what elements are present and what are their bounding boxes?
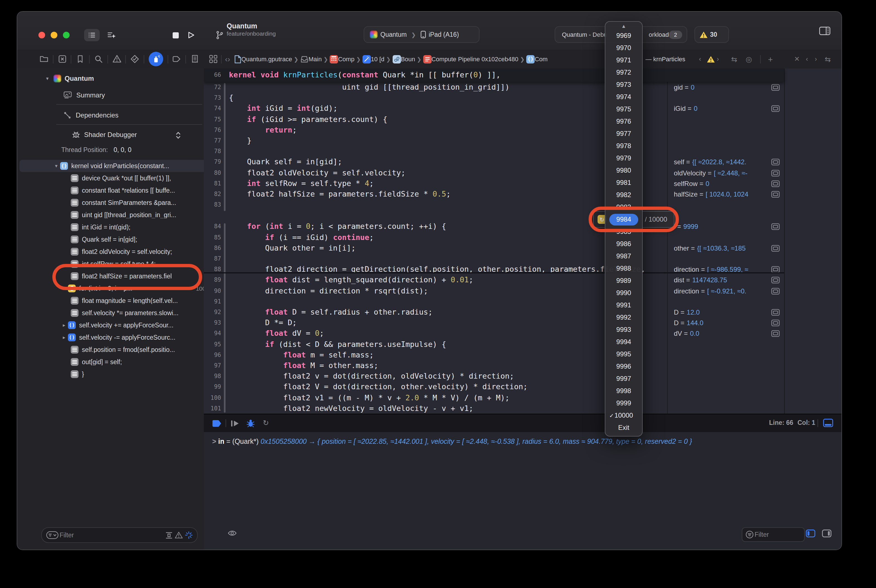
line-number[interactable]: 88 [204,266,221,272]
variable-viewer-icon[interactable] [771,224,780,230]
stop-button[interactable] [169,29,182,41]
variable-row[interactable]: dist =1147428.75 [668,275,784,285]
pinned-declaration-line[interactable]: 66kernel void krnParticles(constant Quar… [204,69,784,82]
variable-viewer-icon[interactable] [771,266,780,273]
line-number[interactable]: 66 [204,71,221,78]
line-number[interactable]: 81 [204,180,221,186]
find-navigator-tab[interactable] [94,55,103,63]
line-number[interactable]: 89 [204,276,221,283]
line-number[interactable]: 97 [204,362,221,369]
code-line[interactable]: 73{ [204,92,667,103]
close-window-button[interactable] [38,32,45,38]
dropdown-item[interactable]: 9969 [605,30,642,42]
line-number[interactable]: 101 [204,405,221,411]
dropdown-item[interactable]: 9996 [605,361,642,373]
variable-row[interactable]: D =12.0 [668,308,784,317]
code-line[interactable]: 98 float2 v = dot(direction, oldVelocity… [204,371,667,381]
dropdown-item[interactable]: 9976 [605,116,642,127]
code-line[interactable]: 76 return; [204,125,667,135]
console-toggle-icon[interactable] [823,419,833,427]
gpu-capture-icon[interactable] [185,531,193,539]
line-number[interactable]: 86 [204,244,221,251]
line-number[interactable]: 93 [204,319,221,326]
code-line[interactable]: 99 float2 V = dot(direction, other.veloc… [204,382,667,392]
dropdown-item[interactable]: 9974 [605,91,642,103]
warnings-button[interactable]: 30 [694,26,729,43]
console-filter-field[interactable] [742,527,805,542]
line-number[interactable]: 91 [204,298,221,304]
disclosure-icon[interactable]: ▸ [61,334,67,340]
dropdown-item[interactable]: 9995 [605,349,642,360]
dropdown-item[interactable]: 9991 [605,300,642,311]
variable-viewer-icon[interactable] [771,191,780,198]
breadcrumb-trace[interactable]: Quantum.gputrace [242,56,292,62]
code-line[interactable]: 80 float2 oldVelocity = self.velocity; [204,167,667,178]
variable-viewer-icon[interactable] [771,309,780,316]
navigator-filter-field[interactable] [41,527,198,543]
variable-viewer-icon[interactable] [771,84,780,91]
dropdown-item[interactable]: 9990 [605,287,642,299]
breadcrumb-command[interactable]: Comp [338,56,354,62]
line-number[interactable]: 79 [204,158,221,165]
debug-console[interactable]: > in = (Quark*) 0x1505258000 → { positio… [204,432,842,550]
console-variable-line[interactable]: > in = (Quark*) 0x1505258000 → { positio… [212,438,692,446]
code-line[interactable]: 79 Quark self = in[gid]; [204,157,667,167]
dropdown-item[interactable]: Exit [605,422,642,434]
editor-forward-button[interactable]: › [815,55,817,63]
related-items-icon[interactable] [209,55,218,63]
prev-issue-button[interactable]: ‹ [699,55,701,63]
variable-viewer-icon[interactable] [771,288,780,294]
dropdown-item[interactable]: 9971 [605,54,642,66]
editor-back-button[interactable]: ‹ [806,55,808,63]
editor-swap-icon[interactable]: ⇆ [825,55,831,63]
code-line[interactable]: 96 float m = self.mass; [204,350,667,360]
variable-row[interactable]: oldVelocity =[ ≈2.448, ≈- [668,168,784,178]
code-line[interactable]: 72 uint gid [[thread_position_in_grid]]) [204,82,667,92]
inspector-toggle-icon[interactable] [819,27,830,35]
variable-row[interactable]: self ={[ ≈2022.8, ≈1442. [668,157,784,167]
step-over-button[interactable] [231,420,240,427]
scheme-name[interactable]: Quantum [380,31,407,38]
line-number[interactable]: 95 [204,340,221,347]
dropdown-item[interactable]: 9993 [605,324,642,336]
line-number[interactable]: 82 [204,190,221,197]
breadcrumb-bounds[interactable]: Boun [401,56,415,62]
code-line[interactable]: 78 [204,146,667,156]
breadcrumb-group[interactable]: Main [309,56,322,62]
dropdown-item[interactable]: 9998 [605,386,642,397]
dropdown-item[interactable]: 9980 [605,165,642,177]
quick-look-eye-icon[interactable] [228,530,237,536]
line-number[interactable]: 74 [204,105,221,112]
variable-row[interactable]: D =144.0 [668,318,784,328]
tree-row[interactable]: ▾{}kernel void krnParticles(constant... [20,160,236,172]
variable-row[interactable]: halfSize =[ 1024.0, 1024 [668,189,784,200]
line-number[interactable]: 96 [204,351,221,358]
add-editor-button[interactable]: + [768,54,773,64]
back-button[interactable]: ‹ [225,55,228,63]
sidebar-list-button[interactable] [84,29,100,41]
dropdown-item[interactable]: 9977 [605,128,642,140]
breadcrumb-dispatch[interactable]: 10 [d [371,56,384,62]
shader-debugger-navigator-tab[interactable] [149,52,163,66]
code-line[interactable]: 86 Quark other = in[i]; [204,243,667,254]
dropdown-item[interactable]: 9999 [605,398,642,410]
code-line[interactable]: 87 [204,254,667,264]
line-number[interactable]: 73 [204,94,221,101]
dropdown-item[interactable]: ✓10000 [605,410,642,422]
dropdown-item[interactable]: 9970 [605,42,642,54]
line-number[interactable]: 76 [204,126,221,133]
zoom-window-button[interactable] [63,32,70,38]
code-line[interactable]: 81 int selfRow = self.type * 4; [204,178,667,189]
variable-row[interactable]: other ={[ ≈1036.3, ≈185 [668,243,784,254]
code-line[interactable]: 74 int iGid = int(gid); [204,103,667,114]
sidebar-item-summary[interactable]: Summary [63,92,105,99]
line-number[interactable]: 94 [204,330,221,337]
capture-navigator-tab[interactable] [58,55,66,63]
dropdown-item[interactable]: 9989 [605,275,642,287]
console-left-pane-toggle[interactable] [806,530,815,537]
code-line[interactable]: 85 if (i == iGid) continue; [204,232,667,243]
dropdown-item[interactable]: 9979 [605,153,642,164]
line-number[interactable]: 78 [204,147,221,154]
close-editor-button[interactable]: ✕ [794,55,800,63]
filter-warning-icon[interactable] [175,532,183,538]
